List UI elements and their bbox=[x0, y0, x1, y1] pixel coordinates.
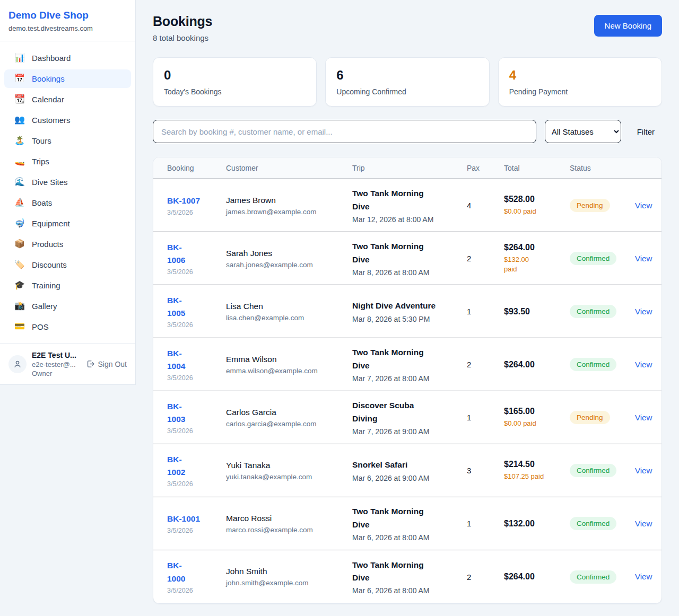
booking-cell: BK- 1000 3/5/2026 bbox=[167, 559, 226, 594]
booking-id-link[interactable]: BK- 1000 bbox=[167, 559, 226, 585]
sign-out-button[interactable]: Sign Out bbox=[86, 359, 127, 368]
stat-card-todays-bookings: 0 Today's Bookings bbox=[153, 57, 317, 107]
booking-cell: BK- 1005 3/5/2026 bbox=[167, 294, 226, 329]
island-icon: 🏝️ bbox=[14, 136, 25, 145]
status-badge: Pending bbox=[570, 199, 610, 212]
paid-amount: $0.00 paid bbox=[504, 207, 570, 216]
booking-id-link[interactable]: BK- 1004 bbox=[167, 347, 226, 373]
booking-id-link[interactable]: BK-1001 bbox=[167, 513, 226, 525]
actions-cell: View bbox=[635, 201, 655, 210]
sidebar-item-customers[interactable]: 👥 Customers bbox=[4, 111, 131, 129]
total-cell: $165.00 $0.00 paid bbox=[504, 407, 570, 428]
customer-email: lisa.chen@example.com bbox=[226, 314, 352, 322]
customer-name: Carlos Garcia bbox=[226, 408, 352, 417]
trip-name: Two Tank Morning Dive bbox=[352, 240, 459, 266]
table-row: BK- 1000 3/5/2026 John Smith john.smith@… bbox=[153, 550, 661, 603]
status-cell: Pending bbox=[570, 411, 635, 424]
sidebar-item-label: Training bbox=[32, 281, 60, 290]
filter-bar: All Statuses Filter bbox=[153, 120, 662, 143]
pax-count: 3 bbox=[467, 466, 504, 475]
pax-count: 1 bbox=[467, 413, 504, 422]
sidebar: Demo Dive Shop demo.test.divestreams.com… bbox=[0, 0, 136, 385]
booking-date: 3/5/2026 bbox=[167, 209, 226, 216]
paid-amount: $107.25 paid bbox=[504, 472, 570, 481]
sidebar-item-discounts[interactable]: 🏷️ Discounts bbox=[4, 256, 131, 274]
col-header-status: Status bbox=[570, 164, 635, 172]
sidebar-item-dive-sites[interactable]: 🌊 Dive Sites bbox=[4, 173, 131, 191]
booking-cell: BK-1007 3/5/2026 bbox=[167, 195, 226, 216]
customer-email: carlos.garcia@example.com bbox=[226, 420, 352, 428]
view-link[interactable]: View bbox=[635, 360, 652, 369]
customer-cell: Yuki Tanaka yuki.tanaka@example.com bbox=[226, 461, 352, 481]
user-email: e2e-tester@... bbox=[32, 360, 76, 368]
view-link[interactable]: View bbox=[635, 307, 652, 316]
stat-label: Upcoming Confirmed bbox=[336, 87, 478, 96]
trip-datetime: Mar 6, 2026 at 8:00 AM bbox=[352, 533, 459, 542]
actions-cell: View bbox=[635, 360, 655, 369]
trip-name: Two Tank Morning Dive bbox=[352, 187, 459, 213]
view-link[interactable]: View bbox=[635, 466, 652, 475]
view-link[interactable]: View bbox=[635, 413, 652, 422]
search-input[interactable] bbox=[153, 120, 536, 143]
booking-date: 3/5/2026 bbox=[167, 587, 226, 594]
new-booking-button[interactable]: New Booking bbox=[594, 15, 662, 37]
table-row: BK-1007 3/5/2026 James Brown james.brown… bbox=[153, 179, 661, 232]
filter-button[interactable]: Filter bbox=[630, 123, 662, 140]
sidebar-item-label: Dive Sites bbox=[32, 178, 68, 187]
view-link[interactable]: View bbox=[635, 201, 652, 210]
sidebar-item-dashboard[interactable]: 📊 Dashboard bbox=[4, 49, 131, 67]
calendar-icon: 📅 bbox=[14, 74, 25, 83]
sidebar-item-pos[interactable]: 💳 POS bbox=[4, 318, 131, 336]
stat-label: Today's Bookings bbox=[164, 87, 306, 96]
sidebar-item-boats[interactable]: ⛵ Boats bbox=[4, 193, 131, 212]
sidebar-item-trips[interactable]: 🚤 Trips bbox=[4, 152, 131, 171]
customer-email: james.brown@example.com bbox=[226, 208, 352, 216]
user-panel: E2E Test U... e2e-tester@... Owner Sign … bbox=[0, 344, 135, 384]
sidebar-item-gallery[interactable]: 📸 Gallery bbox=[4, 297, 131, 315]
trip-cell: Two Tank Morning Dive Mar 7, 2026 at 8:0… bbox=[352, 346, 467, 382]
sidebar-item-bookings[interactable]: 📅 Bookings bbox=[4, 69, 131, 88]
booking-id-link[interactable]: BK- 1005 bbox=[167, 294, 226, 320]
bar-chart-icon: 📊 bbox=[14, 54, 25, 62]
paid-amount: $0.00 paid bbox=[504, 419, 570, 428]
app-window: Demo Dive Shop demo.test.divestreams.com… bbox=[0, 0, 679, 616]
sidebar-item-products[interactable]: 📦 Products bbox=[4, 235, 131, 253]
speedboat-icon: 🚤 bbox=[14, 157, 25, 165]
booking-id-link[interactable]: BK- 1003 bbox=[167, 400, 226, 426]
trip-datetime: Mar 6, 2026 at 9:00 AM bbox=[352, 474, 459, 482]
trip-datetime: Mar 7, 2026 at 9:00 AM bbox=[352, 427, 459, 436]
sidebar-item-calendar[interactable]: 📆 Calendar bbox=[4, 90, 131, 109]
view-link[interactable]: View bbox=[635, 254, 652, 263]
trip-datetime: Mar 8, 2026 at 8:00 AM bbox=[352, 268, 459, 277]
trip-name: Night Dive Adventure bbox=[352, 300, 459, 312]
user-role: Owner bbox=[32, 369, 76, 377]
sidebar-item-tours[interactable]: 🏝️ Tours bbox=[4, 131, 131, 150]
sidebar-item-training[interactable]: 🎓 Training bbox=[4, 276, 131, 295]
pax-count: 1 bbox=[467, 519, 504, 528]
sidebar-item-equipment[interactable]: 🤿 Equipment bbox=[4, 214, 131, 233]
pax-count: 2 bbox=[467, 573, 504, 582]
trip-cell: Two Tank Morning Dive Mar 12, 2026 at 8:… bbox=[352, 187, 467, 223]
sidebar-item-label: Customers bbox=[32, 116, 71, 125]
trip-name: Two Tank Morning Dive bbox=[352, 505, 459, 531]
credit-card-icon: 💳 bbox=[14, 322, 25, 331]
trip-datetime: Mar 12, 2026 at 8:00 AM bbox=[352, 215, 459, 224]
booking-date: 3/5/2026 bbox=[167, 268, 226, 276]
sidebar-item-label: Boats bbox=[32, 198, 52, 207]
user-name: E2E Test U... bbox=[32, 351, 76, 359]
customer-cell: John Smith john.smith@example.com bbox=[226, 567, 352, 587]
booking-id-link[interactable]: BK-1007 bbox=[167, 195, 226, 207]
booking-id-link[interactable]: BK- 1002 bbox=[167, 453, 226, 479]
view-link[interactable]: View bbox=[635, 519, 652, 528]
total-cell: $93.50 bbox=[504, 307, 570, 316]
customer-name: Marco Rossi bbox=[226, 514, 352, 523]
booking-date: 3/5/2026 bbox=[167, 480, 226, 488]
customer-name: Sarah Jones bbox=[226, 249, 352, 258]
col-header-pax: Pax bbox=[467, 164, 504, 172]
booking-id-link[interactable]: BK- 1006 bbox=[167, 241, 226, 267]
view-link[interactable]: View bbox=[635, 572, 652, 581]
booking-date: 3/5/2026 bbox=[167, 427, 226, 435]
customer-name: Lisa Chen bbox=[226, 302, 352, 311]
stat-value: 6 bbox=[336, 68, 478, 83]
status-filter-select[interactable]: All Statuses bbox=[545, 120, 621, 143]
